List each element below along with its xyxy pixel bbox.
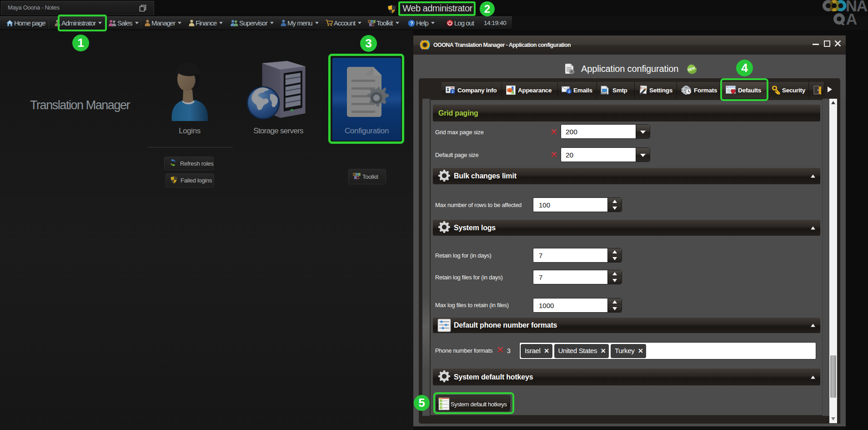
svg-text:SMTP: SMTP bbox=[602, 92, 607, 94]
svg-text:A: A bbox=[846, 10, 858, 26]
svg-text:?: ? bbox=[410, 20, 413, 26]
